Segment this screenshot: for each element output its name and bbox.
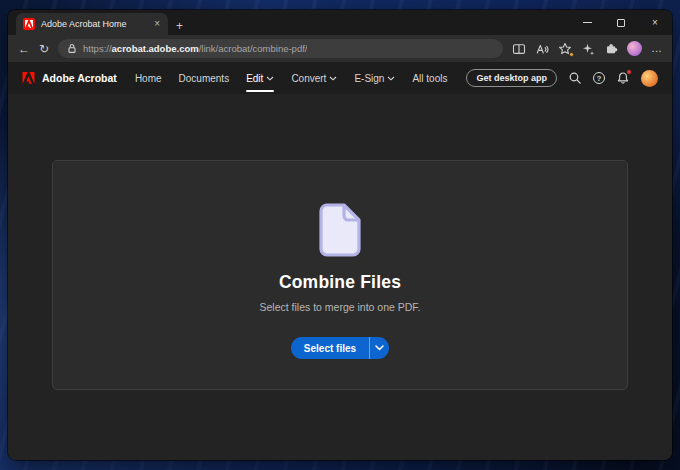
get-desktop-app-button[interactable]: Get desktop app (466, 69, 557, 87)
url-scheme: https:// (83, 43, 112, 54)
toolbar-icons: … (512, 41, 662, 56)
acrobat-profile-avatar[interactable] (641, 70, 658, 87)
back-icon[interactable]: ← (18, 43, 30, 55)
chevron-down-icon (387, 76, 395, 81)
tab-strip: Adobe Acrobat Home × + × (8, 10, 672, 35)
read-aloud-icon[interactable] (535, 42, 549, 56)
file-icon (317, 203, 363, 257)
copilot-sparkle-icon[interactable] (581, 42, 595, 56)
brand-title: Adobe Acrobat (42, 72, 117, 84)
browser-tab[interactable]: Adobe Acrobat Home × (16, 13, 168, 35)
extensions-icon[interactable] (604, 42, 618, 56)
favorites-badge (569, 52, 574, 57)
adobe-favicon-icon (23, 18, 35, 30)
nav-item-edit[interactable]: Edit (246, 62, 274, 94)
chevron-down-icon (375, 345, 384, 351)
url-text: https://acrobat.adobe.com/link/acrobat/c… (83, 43, 307, 54)
nav-item-esign[interactable]: E-Sign (354, 62, 395, 94)
adobe-logo-icon (22, 72, 35, 84)
new-tab-button[interactable]: + (176, 20, 183, 32)
browser-window: Adobe Acrobat Home × + × ← ↻ https://acr… (8, 10, 672, 460)
nav-item-home[interactable]: Home (135, 62, 162, 94)
favorites-icon[interactable] (558, 42, 572, 56)
page-title: Combine Files (279, 272, 401, 293)
search-icon[interactable] (568, 71, 582, 85)
tab-title: Adobe Acrobat Home (41, 19, 147, 29)
combine-files-card: Combine Files Select files to merge into… (52, 160, 628, 390)
more-options-icon[interactable]: … (651, 43, 662, 54)
acrobat-header: Adobe Acrobat Home Documents Edit Conver… (8, 62, 672, 94)
notifications-bell-icon[interactable] (616, 71, 630, 85)
tab-close-icon[interactable]: × (153, 19, 161, 29)
lock-icon (67, 43, 77, 54)
select-files-dropdown-button[interactable] (369, 337, 389, 359)
select-files-split-button: Select files (291, 337, 389, 359)
maximize-button[interactable] (604, 10, 638, 35)
nav-item-convert[interactable]: Convert (291, 62, 337, 94)
refresh-icon[interactable]: ↻ (39, 43, 49, 55)
url-path: /link/acrobat/combine-pdf/ (199, 43, 308, 54)
address-bar[interactable]: https://acrobat.adobe.com/link/acrobat/c… (58, 39, 503, 58)
address-toolbar: ← ↻ https://acrobat.adobe.com/link/acrob… (8, 35, 672, 62)
minimize-button[interactable] (570, 10, 604, 35)
nav-item-all-tools[interactable]: All tools (412, 62, 447, 94)
split-screen-icon[interactable] (512, 42, 526, 56)
window-controls: × (570, 10, 672, 35)
main-content: Combine Files Select files to merge into… (8, 94, 672, 460)
select-files-button[interactable]: Select files (291, 337, 369, 359)
chevron-down-icon (329, 76, 337, 81)
nav-item-documents[interactable]: Documents (179, 62, 230, 94)
url-domain: acrobat.adobe.com (112, 43, 199, 54)
help-icon[interactable]: ? (593, 72, 605, 84)
browser-profile-avatar[interactable] (627, 41, 642, 56)
close-button[interactable]: × (638, 10, 672, 35)
chevron-down-icon (266, 76, 274, 81)
acrobat-header-actions: Get desktop app ? (466, 69, 658, 87)
page-subtitle: Select files to merge into one PDF. (259, 301, 420, 313)
acrobat-nav: Home Documents Edit Convert E-Sign All t… (135, 62, 448, 94)
notification-badge (626, 69, 632, 75)
